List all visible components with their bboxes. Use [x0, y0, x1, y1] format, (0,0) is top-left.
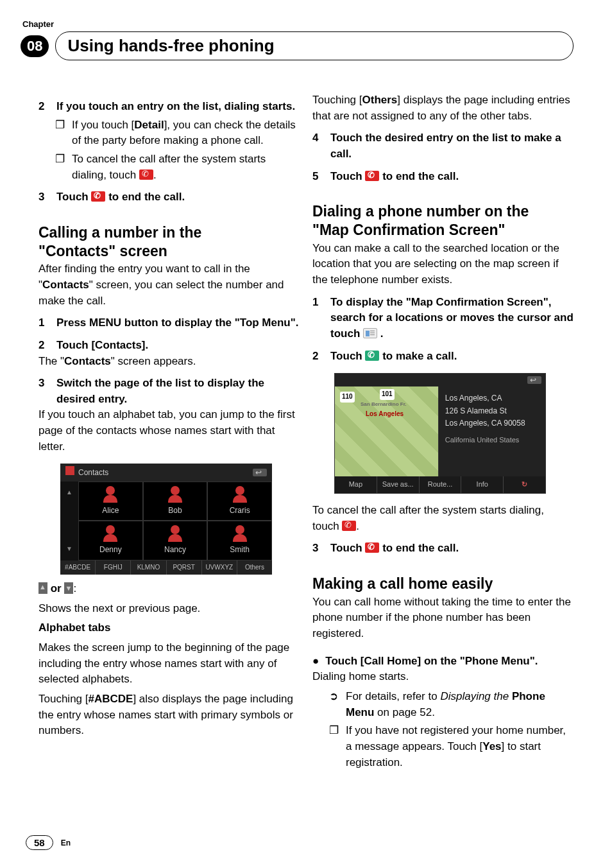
- step-aftertext: If you touch an alphabet tab, you can ju…: [38, 407, 300, 455]
- mapshot-buttons: Map Save as... Route... Info ↻: [335, 476, 545, 493]
- step-text: Touch to end the call.: [330, 169, 574, 185]
- contact-cell: Denny: [78, 521, 143, 560]
- map-btn: Info: [461, 476, 503, 493]
- map-btn: Map: [335, 476, 377, 493]
- list-icon: [363, 328, 377, 338]
- home-intro: You can call home without taking the tim…: [312, 595, 574, 642]
- silhouette-icon: [167, 525, 183, 542]
- page-number: 58: [26, 835, 53, 850]
- shot-tabs: #ABCDE FGHIJ KLMNO PQRST UVWXYZ Others: [60, 560, 272, 575]
- alphabet-tabs-heading: Alphabet tabs: [38, 620, 300, 636]
- shot-header: Contacts: [60, 464, 272, 481]
- nav-arrows-line: or :: [38, 581, 300, 597]
- alphabet-tab: KLMNO: [130, 560, 166, 575]
- left-column: 2 If you touch an entry on the list, dia…: [38, 92, 300, 773]
- heading-calling-contacts: Calling a number in the "Contacts" scree…: [38, 223, 300, 261]
- info-subline: California United States: [445, 435, 539, 446]
- silhouette-icon: [232, 525, 248, 542]
- step-aftertext: The "Contacts" screen appears.: [38, 354, 300, 370]
- others-note: Touching [Others] displays the page incl…: [312, 92, 574, 124]
- route-shield: 110: [340, 392, 355, 403]
- step-number: 5: [312, 169, 321, 185]
- page-footer: 58 En: [26, 835, 71, 850]
- bullet-text: For details, refer to Displaying the Pho…: [346, 689, 574, 720]
- bullet-text: If you touch [Detail], you can check the…: [72, 117, 300, 149]
- silhouette-icon: [167, 486, 183, 503]
- nav-desc: Shows the next or previous page.: [38, 601, 300, 617]
- step-text: To display the "Map Confirmation Screen"…: [330, 295, 574, 342]
- end-call-icon: [365, 171, 379, 181]
- info-area: Los Angeles, CA 126 S Alameda St Los Ang…: [439, 386, 545, 476]
- step-text: Touch [Contacts].: [56, 338, 300, 354]
- chapter-number-badge: 08: [21, 35, 49, 57]
- contacts-screenshot: Contacts ▲ ▼ Alice Bob Craris Denny Nanc…: [60, 464, 272, 575]
- page-up-icon: [38, 582, 47, 594]
- home-bullet-details: For details, refer to Displaying the Pho…: [329, 689, 574, 720]
- step-text: Touch to end the call.: [330, 541, 574, 557]
- contact-cell: Smith: [207, 521, 272, 560]
- silhouette-icon: [102, 525, 119, 542]
- step-number: 1: [312, 295, 321, 342]
- step-number: 2: [38, 338, 47, 354]
- step-text: Touch to end the call.: [56, 189, 300, 205]
- shot-title: Contacts: [78, 468, 108, 477]
- abcde-note: Touching [#ABCDE] also displays the page…: [38, 691, 300, 739]
- page-down-icon: [64, 582, 73, 594]
- step-text: If you touch an entry on the list, diali…: [56, 99, 300, 115]
- bullet-dot-icon: [312, 654, 319, 670]
- sub-bullet-detail: If you touch [Detail], you can check the…: [55, 117, 300, 149]
- step-number: 2: [312, 349, 321, 365]
- paragraph: After finding the entry you want to call…: [38, 261, 300, 309]
- step-5: 5 Touch to end the call.: [312, 169, 574, 185]
- chapter-header: 08 Using hands-free phoning: [38, 31, 574, 60]
- heading-call-home: Making a call home easily: [312, 575, 574, 593]
- call-icon: [365, 351, 379, 361]
- step-2: 2 If you touch an entry on the list, dia…: [38, 99, 300, 115]
- mapshot-header: [335, 374, 545, 386]
- language-label: En: [61, 838, 71, 847]
- bullet-text: To cancel the call after the system star…: [72, 152, 300, 183]
- step-text: Touch the desired entry on the list to m…: [330, 130, 574, 162]
- info-line: Los Angeles, CA 90058: [445, 418, 539, 429]
- square-bullet-icon: [55, 117, 65, 149]
- step-text: Switch the page of the list to display t…: [56, 376, 300, 407]
- heading-dialing-map: Dialing a phone number on the "Map Confi…: [312, 202, 574, 239]
- map-step-3: 3 Touch to end the call.: [312, 541, 574, 557]
- map-btn: Save as...: [377, 476, 419, 493]
- back-icon: [527, 376, 541, 384]
- map-step-2: 2 Touch to make a call.: [312, 349, 574, 365]
- silhouette-icon: [232, 486, 248, 503]
- alphabet-tab: Others: [237, 560, 272, 575]
- home-after: Dialing home starts.: [312, 669, 574, 685]
- step-number: 1: [38, 315, 47, 331]
- sub-bullet-cancel: To cancel the call after the system star…: [55, 152, 300, 183]
- info-line: 126 S Alameda St: [445, 406, 539, 417]
- step-number: 4: [312, 130, 321, 162]
- chapter-label: Chapter: [22, 19, 574, 29]
- alphabet-tab: FGHIJ: [95, 560, 130, 575]
- shot-grid: Alice Bob Craris Denny Nancy Smith: [78, 482, 272, 560]
- step-text: Touch to make a call.: [330, 349, 574, 365]
- end-call-icon: [342, 521, 356, 531]
- map-step-1: 1 To display the "Map Confirmation Scree…: [312, 295, 574, 342]
- city-label: Los Angeles: [366, 410, 404, 419]
- contacts-step-1: 1 Press MENU button to display the "Top …: [38, 315, 300, 331]
- contact-cell: Craris: [207, 482, 272, 521]
- scroll-down-icon: ▼: [66, 544, 72, 554]
- step-number: 3: [312, 541, 321, 557]
- refresh-icon: ↻: [503, 476, 545, 493]
- home-bullet-register: If you have not registered your home num…: [329, 723, 574, 770]
- contacts-step-2: 2 Touch [Contacts].: [38, 338, 300, 354]
- alphabet-tab: #ABCDE: [60, 560, 95, 575]
- contact-cell: Bob: [143, 482, 208, 521]
- scroll-up-icon: ▲: [66, 488, 72, 498]
- square-bullet-icon: [329, 723, 339, 770]
- bullet-text: If you have not registered your home num…: [346, 723, 574, 770]
- end-call-icon: [91, 191, 105, 202]
- hood-label: San Bernardino Fr.: [361, 401, 407, 408]
- right-column: Touching [Others] displays the page incl…: [312, 92, 574, 773]
- back-icon: [253, 469, 267, 476]
- person-icon: [65, 466, 74, 475]
- step-text: Press MENU button to display the "Top Me…: [56, 315, 300, 331]
- map-intro: You can make a call to the searched loca…: [312, 241, 574, 288]
